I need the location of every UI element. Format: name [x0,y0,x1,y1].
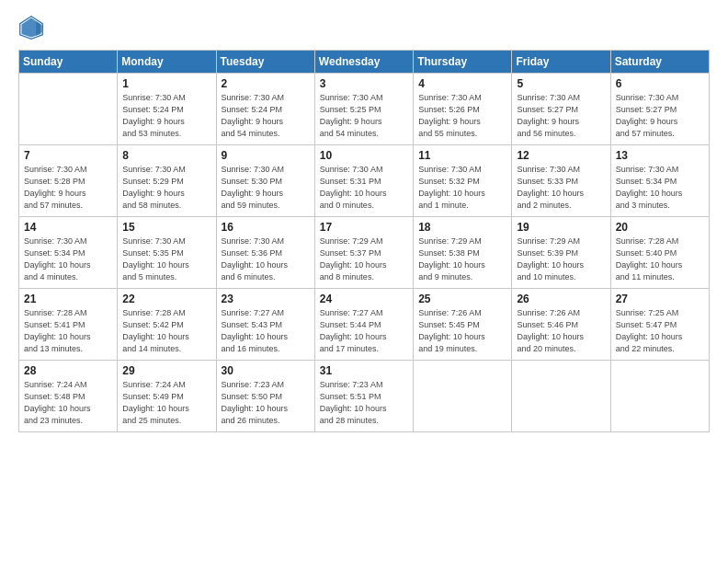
day-info: Sunrise: 7:29 AM Sunset: 5:39 PM Dayligh… [517,236,605,283]
day-number: 20 [616,221,704,234]
day-cell: 16Sunrise: 7:30 AM Sunset: 5:36 PM Dayli… [216,217,314,289]
week-row-2: 7Sunrise: 7:30 AM Sunset: 5:28 PM Daylig… [19,145,710,217]
day-number: 31 [320,364,408,377]
day-cell [414,361,512,432]
day-cell: 21Sunrise: 7:28 AM Sunset: 5:41 PM Dayli… [19,289,118,361]
day-info: Sunrise: 7:23 AM Sunset: 5:51 PM Dayligh… [320,379,408,427]
day-number: 23 [222,293,310,305]
logo [18,15,48,40]
calendar-header-row: SundayMondayTuesdayWednesdayThursdayFrid… [19,51,710,74]
col-header-tuesday: Tuesday [216,51,314,74]
day-cell: 5Sunrise: 7:30 AM Sunset: 5:27 PM Daylig… [512,74,610,145]
day-cell: 24Sunrise: 7:27 AM Sunset: 5:44 PM Dayli… [314,289,413,361]
day-number: 15 [122,221,210,234]
day-info: Sunrise: 7:30 AM Sunset: 5:29 PM Dayligh… [122,164,210,212]
day-number: 28 [24,364,112,377]
header [18,15,710,40]
day-info: Sunrise: 7:24 AM Sunset: 5:48 PM Dayligh… [24,379,112,427]
day-info: Sunrise: 7:26 AM Sunset: 5:46 PM Dayligh… [517,307,605,355]
day-cell: 30Sunrise: 7:23 AM Sunset: 5:50 PM Dayli… [216,361,314,432]
day-number: 19 [517,221,605,234]
day-number: 21 [24,293,112,305]
day-number: 27 [616,293,704,305]
day-cell: 4Sunrise: 7:30 AM Sunset: 5:26 PM Daylig… [414,74,512,145]
day-info: Sunrise: 7:30 AM Sunset: 5:33 PM Dayligh… [517,164,605,212]
col-header-wednesday: Wednesday [314,51,413,74]
day-cell: 14Sunrise: 7:30 AM Sunset: 5:34 PM Dayli… [19,217,118,289]
day-cell: 9Sunrise: 7:30 AM Sunset: 5:30 PM Daylig… [216,145,314,217]
day-number: 29 [122,364,210,377]
day-number: 1 [122,77,210,90]
day-cell: 11Sunrise: 7:30 AM Sunset: 5:32 PM Dayli… [414,145,512,217]
day-cell: 29Sunrise: 7:24 AM Sunset: 5:49 PM Dayli… [118,361,216,432]
day-info: Sunrise: 7:30 AM Sunset: 5:27 PM Dayligh… [517,92,605,140]
day-number: 5 [517,77,605,90]
day-number: 14 [24,221,112,234]
week-row-1: 1Sunrise: 7:30 AM Sunset: 5:24 PM Daylig… [19,74,710,145]
calendar: SundayMondayTuesdayWednesdayThursdayFrid… [18,50,710,432]
day-number: 11 [418,149,506,162]
day-info: Sunrise: 7:25 AM Sunset: 5:47 PM Dayligh… [616,307,704,355]
day-cell [512,361,610,432]
day-info: Sunrise: 7:26 AM Sunset: 5:45 PM Dayligh… [418,307,506,355]
day-number: 26 [517,293,605,305]
day-info: Sunrise: 7:24 AM Sunset: 5:49 PM Dayligh… [122,379,210,427]
day-number: 2 [222,77,310,90]
week-row-4: 21Sunrise: 7:28 AM Sunset: 5:41 PM Dayli… [19,289,710,361]
day-cell: 10Sunrise: 7:30 AM Sunset: 5:31 PM Dayli… [314,145,413,217]
day-number: 9 [222,149,310,162]
day-cell: 31Sunrise: 7:23 AM Sunset: 5:51 PM Dayli… [314,361,413,432]
col-header-sunday: Sunday [19,51,118,74]
day-info: Sunrise: 7:30 AM Sunset: 5:36 PM Dayligh… [222,236,310,283]
day-info: Sunrise: 7:28 AM Sunset: 5:42 PM Dayligh… [122,307,210,355]
day-info: Sunrise: 7:29 AM Sunset: 5:38 PM Dayligh… [418,236,506,283]
day-cell: 3Sunrise: 7:30 AM Sunset: 5:25 PM Daylig… [314,74,413,145]
day-cell: 17Sunrise: 7:29 AM Sunset: 5:37 PM Dayli… [314,217,413,289]
col-header-saturday: Saturday [610,51,709,74]
logo-icon [18,15,44,40]
day-info: Sunrise: 7:30 AM Sunset: 5:28 PM Dayligh… [24,164,112,212]
day-cell: 25Sunrise: 7:26 AM Sunset: 5:45 PM Dayli… [414,289,512,361]
day-cell: 23Sunrise: 7:27 AM Sunset: 5:43 PM Dayli… [216,289,314,361]
day-info: Sunrise: 7:27 AM Sunset: 5:43 PM Dayligh… [222,307,310,355]
day-cell: 12Sunrise: 7:30 AM Sunset: 5:33 PM Dayli… [512,145,610,217]
day-number: 8 [122,149,210,162]
day-number: 25 [418,293,506,305]
day-number: 22 [122,293,210,305]
day-number: 4 [418,77,506,90]
day-cell: 19Sunrise: 7:29 AM Sunset: 5:39 PM Dayli… [512,217,610,289]
day-info: Sunrise: 7:30 AM Sunset: 5:35 PM Dayligh… [122,236,210,283]
col-header-thursday: Thursday [414,51,512,74]
day-number: 6 [616,77,704,90]
day-info: Sunrise: 7:30 AM Sunset: 5:26 PM Dayligh… [418,92,506,140]
day-info: Sunrise: 7:28 AM Sunset: 5:40 PM Dayligh… [616,236,704,283]
day-number: 18 [418,221,506,234]
day-info: Sunrise: 7:23 AM Sunset: 5:50 PM Dayligh… [222,379,310,427]
day-cell: 2Sunrise: 7:30 AM Sunset: 5:24 PM Daylig… [216,74,314,145]
day-info: Sunrise: 7:27 AM Sunset: 5:44 PM Dayligh… [320,307,408,355]
day-cell: 20Sunrise: 7:28 AM Sunset: 5:40 PM Dayli… [610,217,709,289]
col-header-friday: Friday [512,51,610,74]
day-cell: 7Sunrise: 7:30 AM Sunset: 5:28 PM Daylig… [19,145,118,217]
day-info: Sunrise: 7:30 AM Sunset: 5:25 PM Dayligh… [320,92,408,140]
day-cell: 8Sunrise: 7:30 AM Sunset: 5:29 PM Daylig… [118,145,216,217]
day-info: Sunrise: 7:30 AM Sunset: 5:34 PM Dayligh… [616,164,704,212]
day-cell: 1Sunrise: 7:30 AM Sunset: 5:24 PM Daylig… [118,74,216,145]
day-cell: 13Sunrise: 7:30 AM Sunset: 5:34 PM Dayli… [610,145,709,217]
day-number: 16 [222,221,310,234]
day-info: Sunrise: 7:30 AM Sunset: 5:30 PM Dayligh… [222,164,310,212]
day-info: Sunrise: 7:30 AM Sunset: 5:27 PM Dayligh… [616,92,704,140]
week-row-3: 14Sunrise: 7:30 AM Sunset: 5:34 PM Dayli… [19,217,710,289]
day-info: Sunrise: 7:30 AM Sunset: 5:24 PM Dayligh… [222,92,310,140]
day-number: 13 [616,149,704,162]
day-number: 10 [320,149,408,162]
day-cell: 26Sunrise: 7:26 AM Sunset: 5:46 PM Dayli… [512,289,610,361]
day-info: Sunrise: 7:30 AM Sunset: 5:31 PM Dayligh… [320,164,408,212]
day-number: 24 [320,293,408,305]
day-info: Sunrise: 7:30 AM Sunset: 5:32 PM Dayligh… [418,164,506,212]
day-number: 12 [517,149,605,162]
day-cell: 28Sunrise: 7:24 AM Sunset: 5:48 PM Dayli… [19,361,118,432]
week-row-5: 28Sunrise: 7:24 AM Sunset: 5:48 PM Dayli… [19,361,710,432]
day-cell [19,74,118,145]
day-number: 30 [222,364,310,377]
